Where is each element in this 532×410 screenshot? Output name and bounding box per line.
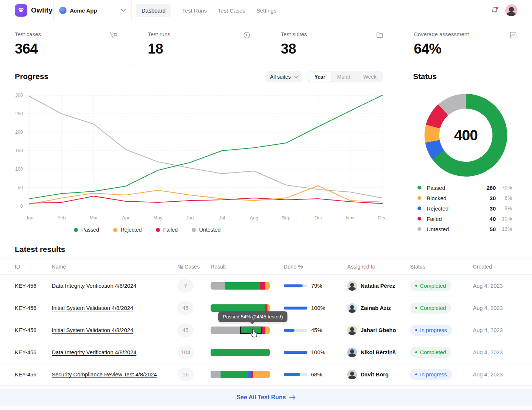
- svg-text:Apr: Apr: [122, 215, 130, 221]
- status-count: 30: [477, 205, 496, 212]
- result-segment[interactable]: [265, 327, 270, 334]
- svg-text:Dec: Dec: [378, 215, 386, 221]
- result-bar-tooltip: Passed 54% (24/45 tested): [218, 311, 287, 322]
- status-cell: In progress: [410, 369, 473, 380]
- assignee-avatar: [347, 281, 357, 291]
- result-segment[interactable]: [267, 304, 270, 312]
- svg-text:0: 0: [20, 204, 23, 209]
- status-label: Failed: [423, 216, 477, 222]
- result-segment[interactable]: [265, 282, 270, 290]
- svg-text:Mar: Mar: [89, 215, 98, 221]
- done-progress-track: [284, 307, 307, 310]
- run-name-link[interactable]: Initial System Validation 4/8/2024: [52, 305, 133, 311]
- stat-label: Test cases: [15, 31, 41, 37]
- result-bar[interactable]: [211, 371, 270, 378]
- main-nav: DasboardTest RunsTest CasesSettings: [136, 4, 276, 17]
- run-name-link[interactable]: Data Integrity Verification 4/8/2024: [52, 349, 136, 355]
- assignee-name: Nikol Bērziņš: [361, 349, 396, 355]
- run-name-link[interactable]: Security Compliance Review Test 4/8/2024: [52, 371, 157, 377]
- status-panel: Status 400 Passed28070%Blocked308%Reject…: [398, 65, 532, 239]
- table-row[interactable]: KEY-456Data Integrity Verification 4/8/2…: [0, 341, 532, 363]
- chevron-down-icon: [121, 9, 126, 12]
- result-bar[interactable]: [211, 304, 270, 312]
- result-bar[interactable]: [211, 282, 270, 290]
- nav-item-settings[interactable]: Settings: [256, 4, 276, 17]
- status-percent: 8%: [496, 205, 512, 211]
- done-percent: 79%: [311, 283, 322, 289]
- result-segment[interactable]: [253, 371, 270, 378]
- status-dot: [417, 217, 421, 221]
- stat-value: 364: [15, 41, 118, 57]
- table-row[interactable]: KEY-456Initial System Validation 4/8/202…: [0, 319, 532, 341]
- created-date: Aug 4, 2023: [473, 327, 532, 333]
- assignee-name: Natalia Pérez: [361, 283, 395, 289]
- result-segment[interactable]: [211, 349, 270, 356]
- status-badge-dot: [415, 285, 417, 287]
- range-option-month[interactable]: Month: [331, 72, 358, 82]
- done-cell: 79%: [284, 283, 347, 289]
- column-header: Name: [52, 264, 177, 270]
- status-cell: Completed: [410, 280, 473, 291]
- assignee-cell: Jahari Gbeho: [347, 325, 410, 335]
- stat-label: Test runs: [148, 31, 170, 37]
- assignee-avatar: [347, 348, 357, 357]
- done-progress-fill: [284, 284, 303, 287]
- run-name-link[interactable]: Data Integrity Verification 4/8/2024: [52, 283, 136, 289]
- svg-text:100: 100: [15, 167, 23, 172]
- avatar-silhouette: [348, 331, 356, 335]
- nav-item-test-cases[interactable]: Test Cases: [218, 4, 245, 17]
- footer-bar: See All Test Runs: [0, 389, 532, 406]
- avatar-silhouette: [348, 353, 356, 357]
- avatar-silhouette: [350, 327, 354, 331]
- assignee-cell: Davit Borg: [347, 370, 410, 379]
- run-name-link[interactable]: Initial System Validation 4/8/2024: [52, 327, 133, 333]
- suites-filter-dropdown[interactable]: All suites: [266, 71, 303, 82]
- status-badge: Completed: [410, 303, 451, 314]
- range-segmented-control: YearMonthWeek: [308, 71, 383, 82]
- app-selector[interactable]: Acme App: [59, 5, 126, 16]
- user-avatar[interactable]: [505, 4, 517, 16]
- result-cell: [211, 327, 284, 334]
- svg-text:Sep: Sep: [282, 215, 290, 221]
- progress-line-chart: 050100150200250300JanFebMarAprMayJunJulA…: [13, 91, 386, 228]
- nav-item-dasboard[interactable]: Dasboard: [136, 4, 171, 17]
- see-all-test-runs-link[interactable]: See All Test Runs: [236, 394, 295, 401]
- range-option-week[interactable]: Week: [357, 72, 382, 82]
- result-bar[interactable]: [211, 349, 270, 356]
- notifications-button[interactable]: [491, 6, 499, 14]
- hand-cursor-icon: [249, 328, 259, 339]
- status-percent: 13%: [496, 226, 512, 232]
- result-segment[interactable]: [260, 282, 265, 290]
- svg-text:Aug: Aug: [250, 215, 258, 221]
- status-count: 40: [477, 216, 496, 222]
- done-percent: 100%: [311, 349, 325, 355]
- range-option-year[interactable]: Year: [308, 72, 331, 82]
- column-header: Done %: [284, 264, 347, 270]
- results-table: IDName№ CasesResultDone %Assigned toStat…: [0, 259, 532, 386]
- result-bar[interactable]: [211, 327, 270, 334]
- status-legend-row-untested: Untested5013%: [417, 224, 512, 234]
- avatar-silhouette: [348, 309, 356, 313]
- brand-name: Owlity: [31, 6, 52, 14]
- result-segment[interactable]: [211, 327, 240, 334]
- result-segment[interactable]: [248, 371, 252, 378]
- table-row[interactable]: KEY-456Security Compliance Review Test 4…: [0, 363, 532, 386]
- folder-icon: [376, 31, 384, 39]
- bell-icon: [491, 6, 499, 14]
- result-segment[interactable]: [211, 304, 265, 312]
- svg-text:Jun: Jun: [186, 215, 194, 221]
- results-table-body: KEY-456Data Integrity Verification 4/8/2…: [0, 275, 532, 386]
- nav-item-test-runs[interactable]: Test Runs: [182, 4, 207, 17]
- result-segment[interactable]: [262, 327, 265, 334]
- result-segment[interactable]: [211, 282, 225, 290]
- status-badge-label: Completed: [420, 349, 446, 355]
- result-segment[interactable]: [221, 371, 248, 378]
- result-segment[interactable]: [225, 282, 260, 290]
- svg-text:150: 150: [15, 148, 23, 153]
- result-segment[interactable]: [211, 371, 221, 378]
- progress-panel: Progress All suites YearMonthWeek 050100…: [0, 65, 398, 239]
- legend-label: Failed: [163, 227, 178, 233]
- done-cell: 100%: [284, 305, 347, 311]
- table-row[interactable]: KEY-456Data Integrity Verification 4/8/2…: [0, 275, 532, 297]
- cases-count-badge: 16: [177, 368, 194, 381]
